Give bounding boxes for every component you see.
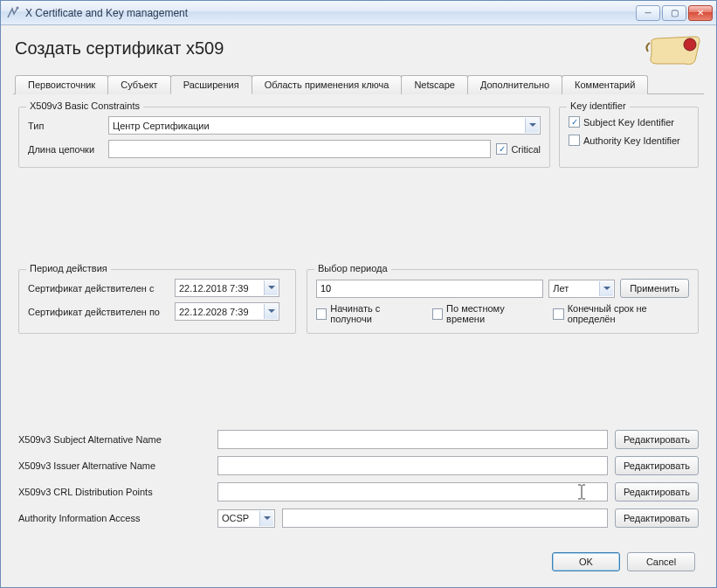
top-groups-row: X509v3 Basic Constraints Тип Центр Серти… [18,101,699,168]
checkbox-label: Subject Key Identifier [583,117,674,128]
ian-label: X509v3 Issuer Alternative Name [18,460,210,471]
san-input[interactable] [217,430,608,449]
range-value-input[interactable] [316,280,543,298]
button-label: OK [579,557,593,567]
valid-from-field[interactable]: 22.12.2018 7:39 [175,279,279,297]
key-identifier-group: Key identifier ✓ Subject Key Identifier … [559,107,699,168]
aia-row: Authority Information Access OCSP Редакт… [18,508,699,528]
crl-edit-button[interactable]: Редактировать [615,482,699,502]
checkbox-label: Конечный срок не определён [568,303,689,324]
san-edit-button[interactable]: Редактировать [615,430,699,449]
dialog-content: Создать сертификат x509 Первоисточник Су… [1,25,716,587]
tab-comment[interactable]: Комментарий [562,75,648,94]
pathlen-label: Длина цепочки [28,144,103,155]
button-label: Применить [630,283,679,294]
ian-input[interactable] [217,456,608,475]
group-legend: Key identifier [567,100,630,111]
ian-edit-button[interactable]: Редактировать [615,456,699,475]
tab-label: Расширения [183,80,239,90]
button-label: Cancel [646,557,676,567]
tab-advanced[interactable]: Дополнительно [467,75,562,94]
critical-checkbox[interactable]: ✓ Critical [496,143,541,155]
midnight-checkbox[interactable]: Начинать с полуночи [316,303,418,324]
titlebar[interactable]: X Certificate and Key management ─ ▢ ✕ [1,1,716,25]
ian-row: X509v3 Issuer Alternative Name Редактиро… [18,456,699,475]
aia-label: Authority Information Access [18,513,210,523]
checkbox-box: ✓ [569,116,580,128]
valid-from-label: Сертификат действителен с [28,283,169,294]
tab-subject[interactable]: Субъект [107,75,170,94]
aia-kind-select[interactable]: OCSP [217,509,275,528]
group-legend: Выбор периода [314,263,391,273]
checkbox-label: Начинать с полуночи [330,303,418,324]
window-title: X Certificate and Key management [25,7,636,19]
xca-logo [645,34,704,67]
timerange-group: Выбор периода Лет Применить Начинать с п… [307,269,699,334]
cancel-button[interactable]: Cancel [627,552,695,571]
select-value: Лет [553,283,569,294]
button-label: Редактировать [624,513,690,523]
spacer [18,334,699,430]
checkbox-box [432,308,443,320]
date-value: 22.12.2018 7:39 [179,283,249,294]
dialog-footer: OK Cancel [18,545,699,573]
dialog-window: X Certificate and Key management ─ ▢ ✕ С… [0,0,717,588]
spacer [18,168,699,264]
tab-panel-extensions: X509v3 Basic Constraints Тип Центр Серти… [13,94,704,577]
chevron-down-icon [599,281,613,296]
aia-edit-button[interactable]: Редактировать [615,508,699,528]
svg-point-1 [684,38,696,51]
button-label: Редактировать [624,460,690,471]
tab-netscape[interactable]: Netscape [401,75,467,94]
svg-point-0 [17,6,19,9]
select-value: Центр Сертификации [113,121,210,131]
range-unit-select[interactable]: Лет [548,280,615,298]
app-icon [6,6,20,20]
crl-label: X509v3 CRL Distribution Points [18,487,210,497]
pathlen-input[interactable] [108,140,491,158]
header-row: Создать сертификат x509 [13,34,704,67]
tab-label: Область применения ключа [265,80,390,90]
crl-row: X509v3 CRL Distribution Points Редактиро… [18,482,699,502]
tab-label: Субъект [121,80,157,90]
type-label: Тип [28,121,103,131]
select-value: OCSP [222,513,249,523]
chevron-down-icon [264,304,278,319]
date-value: 22.12.2028 7:39 [179,307,249,317]
button-label: Редактировать [624,487,690,497]
type-select[interactable]: Центр Сертификации [108,116,541,135]
maximize-button[interactable]: ▢ [662,5,686,21]
validity-group: Период действия Сертификат действителен … [18,269,296,334]
close-button[interactable]: ✕ [688,5,713,21]
valid-to-field[interactable]: 22.12.2028 7:39 [175,302,279,321]
tab-label: Netscape [414,80,454,90]
tab-source[interactable]: Первоисточник [15,75,108,94]
page-title: Создать сертификат x509 [13,35,645,67]
tab-key-usage[interactable]: Область применения ключа [252,75,403,94]
tab-label: Комментарий [575,80,635,90]
checkbox-box [316,308,327,320]
window-controls: ─ ▢ ✕ [636,5,713,21]
ok-button[interactable]: OK [552,552,620,571]
san-label: X509v3 Subject Alternative Name [18,434,210,445]
button-label: Редактировать [624,434,690,445]
checkbox-box: ✓ [496,143,507,155]
basic-constraints-group: X509v3 Basic Constraints Тип Центр Серти… [18,107,550,168]
minimize-button[interactable]: ─ [636,5,660,21]
tab-bar: Первоисточник Субъект Расширения Область… [13,74,704,94]
tab-extensions[interactable]: Расширения [170,75,252,94]
checkbox-box [569,135,580,146]
crl-input[interactable] [217,482,608,502]
no-expiry-checkbox[interactable]: Конечный срок не определён [553,303,689,324]
subject-key-id-checkbox[interactable]: ✓ Subject Key Identifier [569,116,689,128]
chevron-down-icon [264,280,278,295]
apply-button[interactable]: Применить [620,279,689,298]
localtime-checkbox[interactable]: По местному времени [432,303,540,324]
checkbox-box [553,308,563,320]
aia-input[interactable] [282,508,608,528]
chevron-down-icon [259,511,273,526]
mid-groups-row: Период действия Сертификат действителен … [18,264,699,334]
authority-key-id-checkbox[interactable]: Authority Key Identifier [569,135,689,146]
tab-label: Первоисточник [28,80,95,90]
group-legend: Период действия [26,263,111,273]
